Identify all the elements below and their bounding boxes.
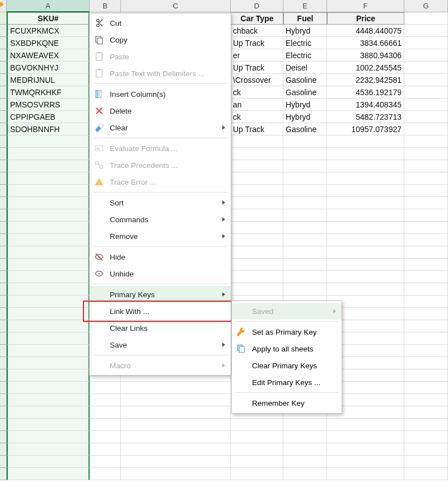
- cell[interactable]: [121, 382, 231, 394]
- cell[interactable]: 5482.723713: [327, 111, 404, 123]
- cell[interactable]: [404, 431, 448, 443]
- cell[interactable]: [327, 419, 404, 431]
- row-header[interactable]: [0, 468, 7, 480]
- cell[interactable]: [7, 382, 90, 394]
- row-header[interactable]: [0, 443, 7, 456]
- cell[interactable]: [7, 468, 90, 480]
- cell[interactable]: [327, 271, 404, 283]
- cell[interactable]: 1394.408345: [327, 99, 404, 111]
- row-header[interactable]: [0, 160, 7, 172]
- col-header-b[interactable]: B: [90, 0, 121, 12]
- cell[interactable]: [283, 419, 327, 431]
- menu-copy[interactable]: Copy: [90, 31, 231, 48]
- cell[interactable]: [404, 160, 448, 172]
- cell[interactable]: [7, 234, 90, 246]
- cell[interactable]: [404, 308, 448, 320]
- cell[interactable]: [7, 419, 90, 431]
- col-header-g[interactable]: G: [404, 0, 448, 12]
- cell[interactable]: [90, 443, 121, 456]
- cell[interactable]: [7, 456, 90, 468]
- cell[interactable]: 4448.440075: [327, 25, 404, 37]
- col-header-d[interactable]: D: [231, 0, 283, 12]
- cell[interactable]: SDOHBNNFH: [7, 123, 90, 135]
- cell[interactable]: [7, 209, 90, 222]
- cell[interactable]: [283, 431, 327, 443]
- cell[interactable]: [404, 74, 448, 86]
- cell[interactable]: [404, 222, 448, 234]
- cell[interactable]: [404, 419, 448, 431]
- cell[interactable]: [7, 185, 90, 197]
- cell[interactable]: MEDRIJNUL: [7, 74, 90, 86]
- row-header[interactable]: [0, 86, 7, 99]
- menu-clear-links[interactable]: Clear Links: [90, 320, 231, 336]
- cell[interactable]: [327, 431, 404, 443]
- col-header-c[interactable]: C: [121, 0, 231, 12]
- submenu-clear-primary-keys[interactable]: Clear Primary Keys: [232, 357, 342, 374]
- cell[interactable]: [7, 172, 90, 185]
- row-header[interactable]: [0, 37, 7, 49]
- cell[interactable]: [404, 443, 448, 456]
- cell[interactable]: Fuel: [283, 12, 327, 25]
- cell[interactable]: chback: [231, 25, 283, 37]
- cell[interactable]: [404, 172, 448, 185]
- cell[interactable]: [231, 246, 283, 259]
- menu-save[interactable]: Save: [90, 336, 231, 353]
- cell[interactable]: [283, 259, 327, 271]
- cell[interactable]: [283, 234, 327, 246]
- cell[interactable]: 3880.94306: [327, 49, 404, 62]
- cell[interactable]: [283, 197, 327, 209]
- cell[interactable]: [327, 246, 404, 259]
- cell[interactable]: Electric: [283, 37, 327, 49]
- row-header[interactable]: [0, 197, 7, 209]
- cell[interactable]: [327, 135, 404, 148]
- cell[interactable]: SXBDPKQNE: [7, 37, 90, 49]
- row-header[interactable]: [0, 135, 7, 148]
- cell[interactable]: [7, 160, 90, 172]
- cell[interactable]: [231, 234, 283, 246]
- cell[interactable]: [121, 456, 231, 468]
- cell[interactable]: [404, 369, 448, 382]
- cell[interactable]: [404, 197, 448, 209]
- cell[interactable]: [7, 320, 90, 332]
- submenu-apply-all-sheets[interactable]: Apply to all sheets: [232, 340, 342, 357]
- cell[interactable]: [7, 308, 90, 320]
- row-header[interactable]: [0, 394, 7, 406]
- cell[interactable]: [327, 468, 404, 480]
- row-header[interactable]: [0, 148, 7, 160]
- row-header[interactable]: [0, 406, 7, 419]
- cell[interactable]: Up Track: [231, 62, 283, 74]
- cell[interactable]: [283, 185, 327, 197]
- row-header[interactable]: [0, 357, 7, 369]
- cell[interactable]: [90, 382, 121, 394]
- cell[interactable]: [231, 259, 283, 271]
- menu-insert-columns[interactable]: Insert Column(s): [90, 86, 231, 102]
- cell[interactable]: FCUXPKMCX: [7, 25, 90, 37]
- cell[interactable]: [7, 394, 90, 406]
- row-header[interactable]: [0, 62, 7, 74]
- cell[interactable]: [231, 283, 283, 296]
- menu-primary-keys[interactable]: Primary Keys: [90, 286, 231, 303]
- cell[interactable]: [404, 209, 448, 222]
- select-all-corner[interactable]: [0, 0, 7, 12]
- cell[interactable]: [327, 172, 404, 185]
- cell[interactable]: \Crossover: [231, 74, 283, 86]
- cell[interactable]: [404, 37, 448, 49]
- cell[interactable]: [283, 271, 327, 283]
- cell[interactable]: [283, 468, 327, 480]
- cell[interactable]: [404, 246, 448, 259]
- cell[interactable]: [404, 259, 448, 271]
- cell[interactable]: Gasoline: [283, 86, 327, 99]
- cell[interactable]: [283, 148, 327, 160]
- cell[interactable]: 1002.245545: [327, 62, 404, 74]
- cell[interactable]: [327, 283, 404, 296]
- cell[interactable]: Gasoline: [283, 74, 327, 86]
- cell[interactable]: 10957.073927: [327, 123, 404, 135]
- cell[interactable]: [231, 197, 283, 209]
- cell[interactable]: [404, 468, 448, 480]
- row-header[interactable]: [0, 123, 7, 135]
- cell[interactable]: [231, 419, 283, 431]
- cell[interactable]: [7, 246, 90, 259]
- cell[interactable]: [90, 406, 121, 419]
- cell[interactable]: [327, 197, 404, 209]
- cell[interactable]: [283, 135, 327, 148]
